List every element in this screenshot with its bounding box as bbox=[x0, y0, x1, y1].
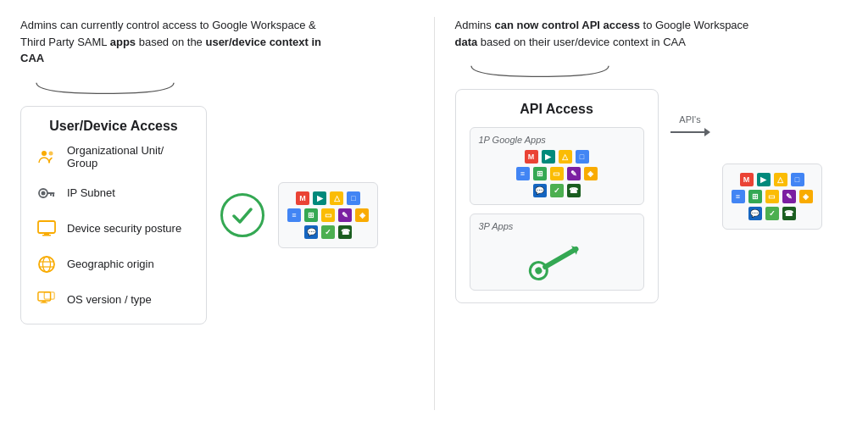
first-party-label: 1P Google Apps bbox=[479, 135, 635, 145]
device-security-item: Device security posture bbox=[35, 217, 192, 241]
meet-icon-out: ▶ bbox=[757, 173, 771, 186]
left-panel: Admins can currently control access to G… bbox=[0, 0, 434, 427]
api-label: API's bbox=[679, 114, 700, 125]
arrow-line bbox=[670, 128, 710, 136]
docs-icon: ≡ bbox=[287, 208, 301, 222]
left-brace bbox=[29, 80, 181, 96]
arrow-head bbox=[704, 128, 710, 136]
api-card-title: API Access bbox=[470, 102, 644, 117]
docs-icon-out: ≡ bbox=[732, 190, 745, 203]
people-icon bbox=[35, 145, 58, 169]
svg-rect-4 bbox=[47, 192, 55, 194]
svg-rect-9 bbox=[42, 235, 51, 236]
svg-point-11 bbox=[43, 257, 51, 272]
svg-rect-5 bbox=[53, 194, 54, 197]
svg-rect-17 bbox=[41, 302, 47, 302]
sheets-icon: ⊞ bbox=[304, 208, 318, 222]
svg-point-10 bbox=[39, 257, 54, 272]
gmail-icon-out: M bbox=[740, 173, 754, 186]
chat-icon: 💬 bbox=[304, 225, 318, 239]
right-description: Admins can now control API access to Goo… bbox=[455, 17, 760, 50]
key-icon bbox=[35, 181, 58, 205]
meet-icon: ▶ bbox=[313, 191, 326, 205]
keep-icon-r: ◈ bbox=[584, 167, 598, 180]
ip-subnet-label: IP Subnet bbox=[67, 186, 115, 199]
os-version-item: OS version / type bbox=[35, 288, 192, 312]
calendar-icon-out: □ bbox=[791, 173, 804, 186]
drive-icon-r: △ bbox=[559, 150, 572, 164]
tasks-icon-out: ✓ bbox=[765, 207, 779, 220]
left-description: Admins can currently control access to G… bbox=[20, 17, 326, 67]
voice-icon-out: ☎ bbox=[782, 207, 796, 220]
ip-subnet-item: IP Subnet bbox=[35, 181, 192, 205]
svg-rect-16 bbox=[42, 300, 47, 302]
svg-rect-7 bbox=[38, 221, 55, 233]
geographic-origin-item: Geographic origin bbox=[35, 252, 192, 276]
1p-icons: M ▶ △ □ ≡ ⊞ ▭ ✎ ◈ 💬 ✓ ☎ bbox=[479, 150, 635, 197]
calendar-icon: □ bbox=[347, 191, 360, 205]
os-monitor-icon bbox=[35, 288, 58, 312]
right-panel: Admins can now control API access to Goo… bbox=[435, 0, 869, 427]
svg-rect-15 bbox=[44, 291, 54, 298]
svg-point-19 bbox=[533, 266, 542, 275]
sheets-icon-r: ⊞ bbox=[533, 167, 547, 180]
voice-icon-r: ☎ bbox=[567, 184, 581, 197]
slides-icon: ▭ bbox=[321, 208, 335, 222]
keep-icon: ◈ bbox=[355, 208, 369, 222]
api-arrow-area: API's bbox=[670, 89, 710, 136]
forms-icon-out: ✎ bbox=[782, 190, 796, 203]
tasks-icon: ✓ bbox=[321, 225, 335, 239]
checkmark-area bbox=[220, 193, 264, 237]
forms-icon: ✎ bbox=[338, 208, 352, 222]
chat-icon-out: 💬 bbox=[748, 207, 762, 220]
voice-icon: ☎ bbox=[338, 225, 352, 239]
wrench-icon bbox=[519, 239, 595, 281]
tasks-icon-r: ✓ bbox=[550, 184, 564, 197]
org-unit-item: Organizational Unit/Group bbox=[35, 144, 192, 169]
arrow-shaft bbox=[670, 131, 704, 133]
calendar-icon-r: □ bbox=[576, 150, 589, 164]
sheets-icon-out: ⊞ bbox=[748, 190, 762, 203]
forms-icon-r: ✎ bbox=[567, 167, 581, 180]
svg-rect-8 bbox=[44, 233, 49, 235]
monitor-icon bbox=[35, 217, 58, 241]
user-device-access-card: User/Device Access Organizational Unit/G… bbox=[20, 106, 207, 324]
chat-icon-r: 💬 bbox=[533, 184, 547, 197]
meet-icon-r: ▶ bbox=[542, 150, 555, 164]
svg-point-3 bbox=[42, 191, 46, 195]
drive-icon-out: △ bbox=[774, 173, 787, 186]
device-security-label: Device security posture bbox=[67, 222, 181, 235]
slides-icon-out: ▭ bbox=[765, 190, 779, 203]
api-access-card: API Access 1P Google Apps M ▶ △ □ ≡ ⊞ ▭ bbox=[455, 89, 659, 303]
svg-rect-6 bbox=[50, 194, 52, 196]
gmail-icon: M bbox=[296, 191, 309, 205]
gmail-icon-r: M bbox=[525, 150, 538, 164]
docs-icon-r: ≡ bbox=[516, 167, 530, 180]
card-title: User/Device Access bbox=[35, 119, 192, 134]
keep-icon-out: ◈ bbox=[799, 190, 813, 203]
first-party-apps-card: 1P Google Apps M ▶ △ □ ≡ ⊞ ▭ ✎ ◈ bbox=[470, 127, 644, 205]
slides-icon-r: ▭ bbox=[550, 167, 564, 180]
third-party-apps-card: 3P Apps bbox=[470, 214, 644, 291]
app-icons-box-left: M ▶ △ □ ≡ ⊞ ▭ ✎ ◈ 💬 ✓ ☎ bbox=[278, 182, 378, 248]
right-brace bbox=[464, 64, 616, 79]
globe-icon bbox=[35, 252, 58, 276]
os-version-label: OS version / type bbox=[67, 293, 152, 306]
checkmark-icon bbox=[230, 202, 255, 228]
org-unit-label: Organizational Unit/Group bbox=[67, 144, 164, 169]
wrench-area bbox=[479, 236, 635, 283]
third-party-label: 3P Apps bbox=[479, 221, 635, 231]
app-icons-box-right: M ▶ △ □ ≡ ⊞ ▭ ✎ ◈ 💬 ✓ ☎ bbox=[722, 164, 822, 230]
svg-point-0 bbox=[42, 151, 47, 156]
svg-point-1 bbox=[49, 151, 53, 155]
checkmark-circle bbox=[220, 193, 264, 237]
geographic-origin-label: Geographic origin bbox=[67, 258, 154, 270]
drive-icon: △ bbox=[330, 191, 343, 205]
